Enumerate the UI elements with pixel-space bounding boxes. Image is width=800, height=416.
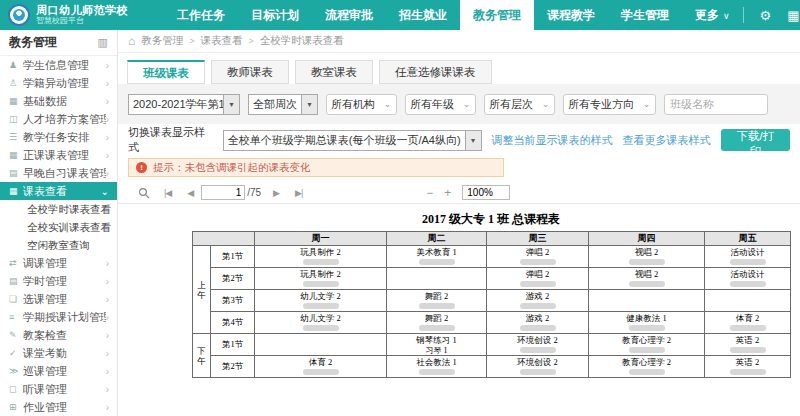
chevron-right-icon: › xyxy=(106,366,109,377)
sidebar-item-label: 听课管理 xyxy=(23,382,106,397)
breadcrumb-item[interactable]: 课表查看 xyxy=(201,34,243,48)
report-settings-icon[interactable]: ⚙ xyxy=(760,8,772,23)
check-icon: ✓ xyxy=(9,348,23,358)
next-page-button[interactable]: ▶ xyxy=(265,188,287,198)
course-cell: 弹唱 2 xyxy=(487,268,589,290)
sidebar-item-lesson-plan-check[interactable]: ✎教案检查› xyxy=(0,326,117,344)
search-icon[interactable] xyxy=(138,187,150,199)
sidebar-item-homework[interactable]: ⊞作业管理› xyxy=(0,398,117,416)
breadcrumb: ⌂ 教务管理 > 课表查看 > 全校学时课表查看 xyxy=(118,30,800,53)
sidebar-item-course-selection[interactable]: ❏选课管理› xyxy=(0,290,117,308)
sidebar-item-term-plan[interactable]: ≡学期授课计划管理› xyxy=(0,308,117,326)
sidebar-subitem-training-schedule[interactable]: 全校实训课表查看 xyxy=(0,218,117,236)
sidebar-item-schedule-view[interactable]: ▦课表查看⌄ xyxy=(0,182,117,200)
topbar: 周口幼儿师范学校 智慧校园平台 工作任务 目标计划 流程审批 招生就业 教务管理… xyxy=(0,0,800,30)
chevron-right-icon: › xyxy=(106,330,109,341)
course-cell: 体育 2 xyxy=(255,356,387,378)
sidebar-item-base-data[interactable]: ▦基础数据› xyxy=(0,92,117,110)
sidebar-item-attendance[interactable]: ✓课堂考勤› xyxy=(0,344,117,362)
redacted-name xyxy=(520,281,556,287)
menu-item-goal-plan[interactable]: 目标计划 xyxy=(238,0,312,30)
more-styles-link[interactable]: 查看更多课表样式 xyxy=(623,133,711,148)
period-label: 第3节 xyxy=(211,290,255,312)
org-select[interactable]: 所有机构⌄ xyxy=(326,94,397,115)
grid-icon[interactable]: ▥ xyxy=(98,36,108,49)
sidebar-item-course-schedule-mgmt[interactable]: ▦正课课表管理› xyxy=(0,146,117,164)
redacted-name xyxy=(520,325,556,331)
timetable-row: 上午 第1节 玩具制作 2 美术教育 1 弹唱 2 视唱 2 活动设计 xyxy=(193,246,791,268)
class-name-input[interactable] xyxy=(664,94,768,115)
sidebar-item-student-status[interactable]: ♙学籍异动管理› xyxy=(0,74,117,92)
top-menu: 工作任务 目标计划 流程审批 招生就业 教务管理 课程教学 学生管理 更多∨ xyxy=(164,0,743,30)
sidebar-item-course-adjust[interactable]: ⇄调课管理› xyxy=(0,254,117,272)
sidebar-item-hours-mgmt[interactable]: ▤学时管理› xyxy=(0,272,117,290)
breadcrumb-item[interactable]: 教务管理 xyxy=(141,34,183,48)
user-edit-icon: ♙ xyxy=(9,78,23,88)
style-value: 全校单个班级学期总课表(每个班级一页/A4纵向) xyxy=(224,133,465,148)
download-print-button[interactable]: 下载/打印 xyxy=(721,129,790,151)
chevron-right-icon: › xyxy=(106,402,109,413)
zoom-in-button[interactable]: + xyxy=(444,186,451,200)
first-page-button[interactable]: |◀ xyxy=(156,188,179,198)
sidebar-item-talent-plan[interactable]: ◫人才培养方案管理› xyxy=(0,110,117,128)
grade-value: 所有年级 xyxy=(406,97,458,112)
major-select[interactable]: 所有专业方向⌄ xyxy=(563,94,656,115)
topbar-divider xyxy=(743,7,744,23)
qr-code-icon[interactable]: ▦ xyxy=(787,8,799,23)
notice-banner: ! 提示：未包含调课引起的课表变化 xyxy=(128,158,504,177)
course-cell: 美术教育 1 xyxy=(387,246,487,268)
week-select[interactable]: 全部周次▾ xyxy=(248,94,318,115)
course-cell: 环境创设 2 xyxy=(487,356,589,378)
course-cell: 体育 2 xyxy=(705,312,791,334)
tab-classroom-schedule[interactable]: 教室课表 xyxy=(295,60,373,84)
menu-item-academic-affairs[interactable]: 教务管理 xyxy=(460,0,534,30)
timetable: 周一 周二 周三 周四 周五 上午 第1节 玩具制作 2 美术教育 1 弹唱 2… xyxy=(192,231,791,378)
report-title: 2017 级大专 1 班 总课程表 xyxy=(192,211,790,228)
semester-select[interactable]: 2020-2021学年第1▾ xyxy=(128,94,240,115)
day-header: 周二 xyxy=(387,232,487,246)
menu-item-work-tasks[interactable]: 工作任务 xyxy=(164,0,238,30)
chevron-right-icon: › xyxy=(106,96,109,107)
tab-teacher-schedule[interactable]: 教师课表 xyxy=(211,60,289,84)
sidebar-subitem-school-hour-schedule[interactable]: 全校学时课表查看 xyxy=(0,200,117,218)
user-icon: ♟ xyxy=(9,60,23,70)
page-input[interactable] xyxy=(201,185,245,200)
style-select[interactable]: 全校单个班级学期总课表(每个班级一页/A4纵向)▾ xyxy=(223,130,482,151)
sidebar-item-label: 调课管理 xyxy=(23,256,106,271)
grade-select[interactable]: 所有年级⌄ xyxy=(405,94,476,115)
menu-item-admissions[interactable]: 招生就业 xyxy=(386,0,460,30)
menu-item-more[interactable]: 更多∨ xyxy=(682,0,743,30)
sidebar-item-student-info[interactable]: ♟学生信息管理› xyxy=(0,56,117,74)
org-value: 所有机构 xyxy=(327,97,379,112)
menu-item-student-mgmt[interactable]: 学生管理 xyxy=(608,0,682,30)
level-value: 所有层次 xyxy=(485,97,537,112)
tab-class-schedule[interactable]: 班级课表 xyxy=(127,60,205,84)
menu-item-approval[interactable]: 流程审批 xyxy=(312,0,386,30)
sidebar-item-label: 教案检查 xyxy=(23,328,106,343)
adjust-style-link[interactable]: 调整当前显示课表的样式 xyxy=(492,133,613,148)
course-cell: 英语 2 xyxy=(705,334,791,356)
sidebar-item-label: 基础数据 xyxy=(23,94,106,109)
prev-page-button[interactable]: ◀ xyxy=(179,188,201,198)
sidebar-item-label: 早晚自习课表管理 xyxy=(23,166,106,181)
sidebar-item-patrol[interactable]: ≫巡课管理› xyxy=(0,362,117,380)
tab-elective-schedule[interactable]: 任意选修课课表 xyxy=(379,60,492,84)
zoom-input[interactable] xyxy=(462,185,510,200)
sidebar-item-self-study-schedule[interactable]: ▤早晚自习课表管理› xyxy=(0,164,117,182)
last-page-button[interactable]: ▶| xyxy=(287,188,310,198)
sidebar-item-listening[interactable]: ◻听课管理› xyxy=(0,380,117,398)
platform-name: 智慧校园平台 xyxy=(36,16,128,26)
schedule-icon: ▤ xyxy=(9,168,23,178)
redacted-name xyxy=(419,303,455,309)
menu-item-course-teaching[interactable]: 课程教学 xyxy=(534,0,608,30)
zoom-out-button[interactable]: − xyxy=(426,186,433,200)
course-cell: 舞蹈 2 xyxy=(387,290,487,312)
sidebar-item-teaching-tasks[interactable]: ☰教学任务安排› xyxy=(0,128,117,146)
pencil-icon: ✎ xyxy=(9,330,23,340)
sidebar-subitem-free-classroom[interactable]: 空闲教室查询 xyxy=(0,236,117,254)
chevron-down-icon: ⌄ xyxy=(638,99,655,109)
sidebar-item-label: 学籍异动管理 xyxy=(23,76,106,91)
level-select[interactable]: 所有层次⌄ xyxy=(484,94,555,115)
sidebar-item-label: 学期授课计划管理 xyxy=(23,310,106,325)
report-viewer: 2017 级大专 1 班 总课程表 周一 周二 周三 周四 周五 上午 第1节 … xyxy=(118,204,800,378)
